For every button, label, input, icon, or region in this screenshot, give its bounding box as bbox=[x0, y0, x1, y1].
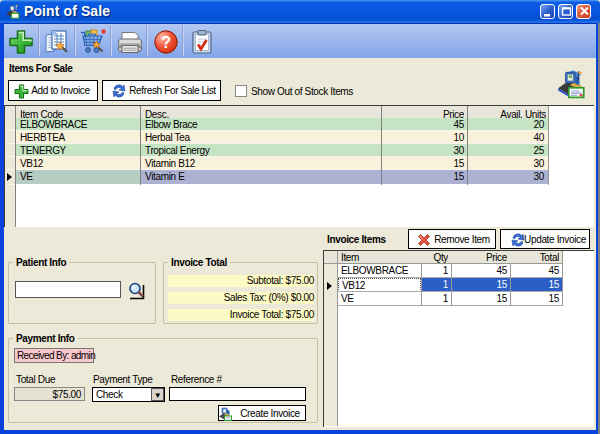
svg-text:?: ? bbox=[161, 34, 170, 51]
